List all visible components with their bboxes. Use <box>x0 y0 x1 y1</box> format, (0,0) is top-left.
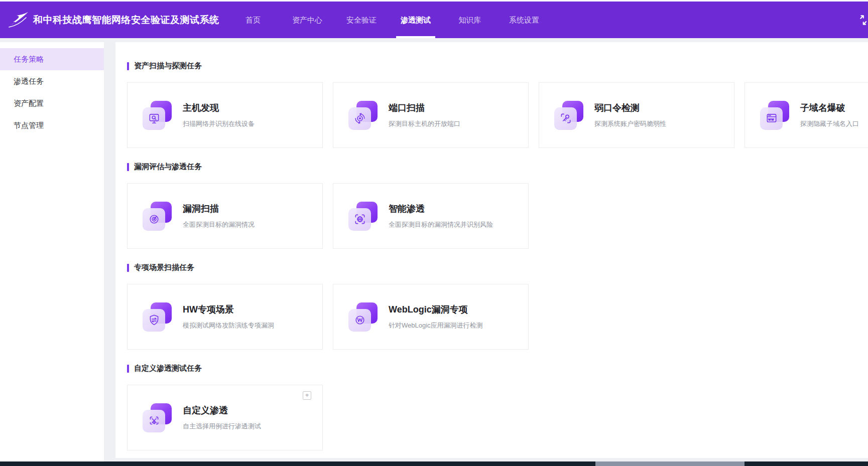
card-title: 主机发现 <box>183 102 255 114</box>
port-scan-icon <box>348 101 378 130</box>
card-row: 主机发现扫描网络并识别在线设备端口扫描探测目标主机的开放端口弱口令检测探测系统账… <box>127 82 868 148</box>
custom-pentest-icon <box>143 403 172 432</box>
section-title-bar <box>127 62 129 70</box>
icon-tile-front <box>760 107 783 130</box>
task-card-smart-pentest[interactable]: 智能渗透全面探测目标的漏洞情况并识别风险 <box>333 183 529 249</box>
top-strip <box>0 0 868 2</box>
card-description: 探测隐藏子域名入口 <box>800 119 859 128</box>
section-title-bar <box>127 365 129 373</box>
card-description: 扫描网络并识别在线设备 <box>183 119 255 128</box>
app-screen: 和中科技战鹰智能网络安全验证及测试系统 首页资产中心安全验证渗透测试知识库系统设… <box>0 0 868 466</box>
task-card-port-scan[interactable]: 端口扫描探测目标主机的开放端口 <box>333 82 529 148</box>
card-texts: 主机发现扫描网络并识别在线设备 <box>183 102 255 128</box>
card-description: 针对WebLogic应用漏洞进行检测 <box>389 321 483 330</box>
card-row: HW专项场景模拟测试网络攻防演练专项漏洞WebLogic漏洞专项针对WebLog… <box>127 284 868 350</box>
sidebar: 任务策略渗透任务资产配置节点管理 <box>0 42 104 461</box>
task-card-custom-penetration[interactable]: 自定义渗透自主选择用例进行渗透测试+ <box>127 385 323 450</box>
card-title: 智能渗透 <box>389 203 493 215</box>
sidebar-item-pentest-task[interactable]: 渗透任务 <box>0 70 104 92</box>
card-description: 探测系统账户密码脆弱性 <box>594 119 666 128</box>
card-texts: WebLogic漏洞专项针对WebLogic应用漏洞进行检测 <box>389 303 483 330</box>
card-texts: HW专项场景模拟测试网络攻防演练专项漏洞 <box>183 303 274 330</box>
card-title: 子域名爆破 <box>800 102 859 114</box>
card-texts: 子域名爆破探测隐藏子域名入口 <box>800 102 859 128</box>
nav-item-home[interactable]: 首页 <box>226 2 280 38</box>
card-title: WebLogic漏洞专项 <box>389 303 483 316</box>
section-title-bar <box>127 264 129 272</box>
header-nav: 首页资产中心安全验证渗透测试知识库系统设置 <box>226 2 551 38</box>
sidebar-item-node-management[interactable]: 节点管理 <box>0 114 104 136</box>
task-card-subdomain-blast[interactable]: 子域名爆破探测隐藏子域名入口 <box>745 82 868 148</box>
section-special-scenario: 专项场景扫描任务HW专项场景模拟测试网络攻防演练专项漏洞WebLogic漏洞专项… <box>127 263 868 350</box>
section-title-label: 漏洞评估与渗透任务 <box>134 162 202 172</box>
taskbar-strip <box>0 461 868 466</box>
card-title: HW专项场景 <box>183 303 274 316</box>
section-custom-pentest: 自定义渗透测试任务自定义渗透自主选择用例进行渗透测试+ <box>127 364 868 450</box>
nav-item-asset-center[interactable]: 资产中心 <box>280 2 334 38</box>
task-card-weak-password[interactable]: 弱口令检测探测系统账户密码脆弱性 <box>539 82 734 148</box>
sidebar-item-asset-config[interactable]: 资产配置 <box>0 92 104 114</box>
section-title-label: 资产扫描与探测任务 <box>134 61 202 71</box>
card-texts: 自定义渗透自主选择用例进行渗透测试 <box>183 404 261 431</box>
section-asset-scan: 资产扫描与探测任务主机发现扫描网络并识别在线设备端口扫描探测目标主机的开放端口弱… <box>127 61 868 148</box>
weak-password-icon <box>554 101 583 130</box>
section-title: 自定义渗透测试任务 <box>127 364 868 373</box>
card-title: 漏洞扫描 <box>183 203 255 215</box>
vuln-scan-icon <box>143 202 172 231</box>
card-texts: 弱口令检测探测系统账户密码脆弱性 <box>594 102 666 128</box>
icon-tile-front <box>348 208 371 231</box>
task-card-weblogic-special[interactable]: WebLogic漏洞专项针对WebLogic应用漏洞进行检测 <box>333 284 529 350</box>
card-description: 全面探测目标的漏洞情况 <box>183 220 255 229</box>
icon-tile-front <box>143 410 165 432</box>
nav-item-security-verification[interactable]: 安全验证 <box>334 2 389 38</box>
card-row: 自定义渗透自主选择用例进行渗透测试+ <box>127 385 868 450</box>
card-description: 模拟测试网络攻防演练专项漏洞 <box>183 321 274 330</box>
host-discovery-icon <box>143 101 172 130</box>
collapse-arrows-icon[interactable] <box>858 14 868 27</box>
card-row: 漏洞扫描全面探测目标的漏洞情况智能渗透全面探测目标的漏洞情况并识别风险 <box>127 183 868 249</box>
icon-tile-front <box>348 309 371 332</box>
section-title: 漏洞评估与渗透任务 <box>127 162 868 172</box>
section-title-bar <box>127 163 129 171</box>
card-texts: 端口扫描探测目标主机的开放端口 <box>389 102 460 128</box>
taskbar-segment <box>595 461 745 466</box>
nav-item-system-settings[interactable]: 系统设置 <box>497 2 551 38</box>
card-description: 全面探测目标的漏洞情况并识别风险 <box>389 220 493 229</box>
weblogic-icon <box>348 302 378 332</box>
icon-tile-front <box>143 309 165 332</box>
section-title: 专项场景扫描任务 <box>127 263 868 272</box>
nav-item-penetration-test[interactable]: 渗透测试 <box>389 2 443 38</box>
task-card-hw-scenario[interactable]: HW专项场景模拟测试网络攻防演练专项漏洞 <box>127 284 323 350</box>
task-card-vuln-scan[interactable]: 漏洞扫描全面探测目标的漏洞情况 <box>127 183 323 249</box>
brand: 和中科技战鹰智能网络安全验证及测试系统 <box>0 10 219 31</box>
card-description: 探测目标主机的开放端口 <box>389 119 460 128</box>
icon-tile-front <box>554 107 577 130</box>
icon-tile-front <box>348 107 371 130</box>
card-description: 自主选择用例进行渗透测试 <box>183 422 261 431</box>
icon-tile-front <box>143 208 165 231</box>
nav-item-knowledge-base[interactable]: 知识库 <box>443 2 497 38</box>
smart-pentest-icon <box>348 202 378 231</box>
app-header: 和中科技战鹰智能网络安全验证及测试系统 首页资产中心安全验证渗透测试知识库系统设… <box>0 2 868 38</box>
plus-icon[interactable]: + <box>303 391 311 400</box>
task-card-host-discovery[interactable]: 主机发现扫描网络并识别在线设备 <box>127 82 323 148</box>
section-vuln-assess: 漏洞评估与渗透任务漏洞扫描全面探测目标的漏洞情况智能渗透全面探测目标的漏洞情况并… <box>127 162 868 249</box>
section-title-label: 自定义渗透测试任务 <box>134 364 202 373</box>
card-texts: 漏洞扫描全面探测目标的漏洞情况 <box>183 203 255 229</box>
card-title: 端口扫描 <box>389 102 460 114</box>
subdomain-icon <box>760 101 789 130</box>
card-title: 自定义渗透 <box>183 404 261 416</box>
card-title: 弱口令检测 <box>594 102 666 114</box>
main-panel: 资产扫描与探测任务主机发现扫描网络并识别在线设备端口扫描探测目标主机的开放端口弱… <box>115 42 868 458</box>
icon-tile-front <box>143 107 165 130</box>
sidebar-item-task-strategy[interactable]: 任务策略 <box>0 48 104 70</box>
page-title: 和中科技战鹰智能网络安全验证及测试系统 <box>33 14 219 27</box>
hw-scenario-icon <box>143 302 172 332</box>
section-title-label: 专项场景扫描任务 <box>134 263 194 272</box>
wing-logo-icon <box>6 10 31 31</box>
card-texts: 智能渗透全面探测目标的漏洞情况并识别风险 <box>389 203 493 229</box>
section-title: 资产扫描与探测任务 <box>127 61 868 71</box>
